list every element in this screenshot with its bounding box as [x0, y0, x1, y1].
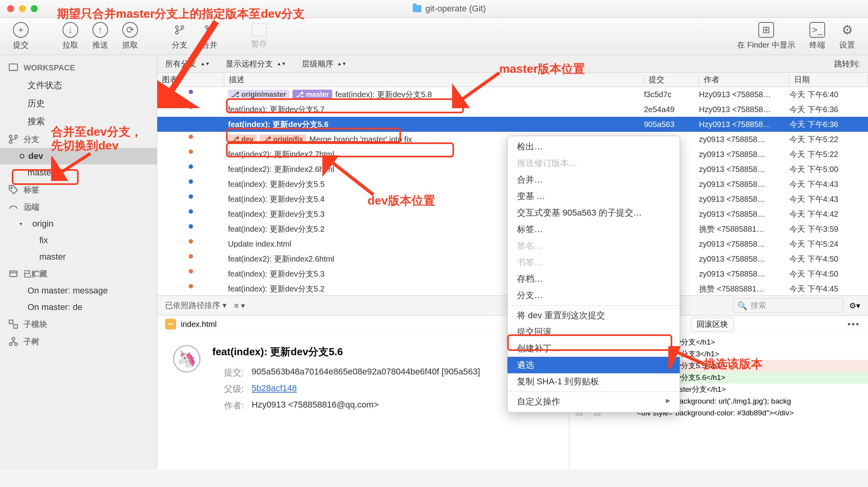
main-toolbar: +提交 ↓拉取 ↑推送 ⟳抓取 分支 合并 暂存 ⊞在 Finder 中显示 >… — [0, 18, 868, 55]
menu-sign: 签名… — [508, 238, 680, 254]
merge-button[interactable]: 合并 — [195, 22, 224, 50]
remote-origin[interactable]: ▾ origin — [0, 216, 157, 232]
svg-point-14 — [12, 338, 15, 340]
folder-icon — [413, 5, 421, 12]
svg-point-9 — [15, 135, 18, 138]
remotes-section: 远端 — [0, 198, 157, 216]
rollback-button[interactable]: 回滚区块 — [691, 317, 734, 332]
workspace-section: WORKSPACE — [0, 59, 157, 76]
sort-select[interactable]: 已依照路径排序 ▾ — [165, 300, 226, 311]
menu-push-rev: 推送修订版本… — [508, 155, 680, 172]
menu-cherry-pick[interactable]: 遴选 — [508, 357, 680, 373]
remote-master[interactable]: master — [0, 249, 157, 265]
col-date[interactable]: 日期 — [789, 74, 868, 85]
context-menu[interactable]: 检出… 推送修订版本… 合并… 变基 … 交互式变基 905a563 的子提交…… — [507, 136, 680, 413]
all-branches-select[interactable]: 所有分支▲▼ — [165, 59, 210, 69]
file-name: index.html — [181, 320, 217, 329]
finder-button[interactable]: ⊞在 Finder 中显示 — [730, 22, 802, 50]
red-box-cherry — [507, 334, 672, 351]
svg-point-2 — [181, 26, 184, 29]
view-mode[interactable]: ≡ ▾ — [234, 301, 245, 310]
svg-rect-13 — [14, 325, 17, 328]
menu-archive[interactable]: 存档… — [508, 271, 680, 287]
annotation-master-pos: master版本位置 — [499, 61, 585, 77]
stash-button[interactable]: 暂存 — [244, 23, 274, 49]
svg-point-7 — [9, 135, 12, 138]
jump-to[interactable]: 跳转到: — [834, 59, 860, 69]
push-button[interactable]: ↑推送 — [85, 22, 115, 50]
red-box-dev — [12, 169, 79, 185]
col-commit[interactable]: 提交 — [644, 74, 699, 85]
svg-point-1 — [176, 31, 178, 34]
menu-checkout[interactable]: 检出… — [508, 138, 680, 155]
col-author[interactable]: 作者 — [699, 74, 789, 85]
window-controls[interactable] — [7, 5, 38, 12]
stash-1[interactable]: On master: de — [0, 299, 157, 315]
menu-branch[interactable]: 分支… — [508, 287, 680, 304]
svg-point-5 — [208, 31, 211, 34]
menu-bookmark: 书签… — [508, 254, 680, 271]
remote-fix[interactable]: fix — [0, 232, 157, 249]
annotation-top: 期望只合并master分支上的指定版本至dev分支 — [57, 6, 305, 22]
gear-icon[interactable]: ⚙▾ — [849, 301, 860, 310]
annotation-sidebar2: 先切换到dev — [51, 138, 119, 154]
commit-author: Hzy0913 <758858816@qq.com> — [252, 400, 379, 411]
stash-0[interactable]: On master: message — [0, 282, 157, 299]
menu-copy-sha[interactable]: 复制 SHA-1 到剪贴板 — [508, 373, 680, 390]
subtrees-section: 子树 — [0, 333, 157, 350]
svg-point-10 — [11, 187, 12, 189]
svg-point-3 — [206, 26, 208, 29]
maximize-icon[interactable] — [31, 5, 38, 12]
file-status-item[interactable]: 文件状态 — [0, 76, 157, 94]
svg-rect-12 — [9, 320, 13, 324]
show-remote-select[interactable]: 显示远程分支▲▼ — [226, 59, 286, 69]
menu-merge[interactable]: 合并… — [508, 172, 680, 188]
annotation-dev-pos: dev版本位置 — [368, 193, 435, 209]
fetch-button[interactable]: ⟳抓取 — [115, 22, 145, 50]
submodules-section: 子模块 — [0, 315, 157, 333]
search-input[interactable]: 🔍 搜索 — [733, 298, 843, 313]
minimize-icon[interactable] — [19, 5, 26, 12]
menu-interactive[interactable]: 交互式变基 905a563 的子提交… — [508, 205, 680, 221]
branch-button[interactable]: 分支 — [165, 22, 195, 50]
stashes-section: 已贮藏 — [0, 265, 157, 282]
svg-rect-6 — [9, 64, 18, 70]
sidebar: WORKSPACE 文件状态 历史 搜索 分支 dev master 标签 远端… — [0, 55, 157, 469]
menu-custom[interactable]: 自定义操作 — [508, 393, 680, 410]
file-badge-icon: ••• — [165, 319, 176, 330]
close-icon[interactable] — [7, 5, 14, 12]
avatar-icon: 🦄 — [173, 345, 200, 373]
menu-rebase[interactable]: 变基 … — [508, 188, 680, 205]
more-icon[interactable]: ••• — [848, 319, 860, 329]
svg-point-0 — [176, 26, 178, 29]
terminal-button[interactable]: >_终端 — [802, 22, 832, 50]
history-item[interactable]: 历史 — [0, 94, 157, 113]
annotation-pick: 挑选该版本 — [704, 356, 763, 372]
red-box-master-row — [226, 98, 464, 113]
svg-rect-11 — [10, 271, 17, 277]
menu-tag[interactable]: 标签… — [508, 221, 680, 238]
menu-reset[interactable]: 将 dev 重置到这次提交 — [508, 307, 680, 324]
settings-button[interactable]: ⚙设置 — [832, 22, 862, 50]
parent-link[interactable]: 5b28acf148 — [252, 383, 297, 395]
svg-point-4 — [211, 26, 214, 29]
col-graph[interactable]: 图表 — [157, 74, 224, 85]
red-box-dev-row — [226, 142, 454, 157]
red-box-selected-row — [226, 128, 401, 143]
commit-title: feat(index): 更新dev分支5.6 — [212, 345, 553, 359]
svg-point-8 — [9, 141, 12, 144]
commit-button[interactable]: +提交 — [6, 22, 36, 50]
window-title: git-operate (Git) — [425, 4, 486, 14]
commit-hash-full: 905a563b48a70164e865e08e92a078044be6f40f… — [252, 367, 480, 378]
order-select[interactable]: 层级顺序▲▼ — [302, 59, 347, 69]
pull-button[interactable]: ↓拉取 — [55, 22, 85, 50]
